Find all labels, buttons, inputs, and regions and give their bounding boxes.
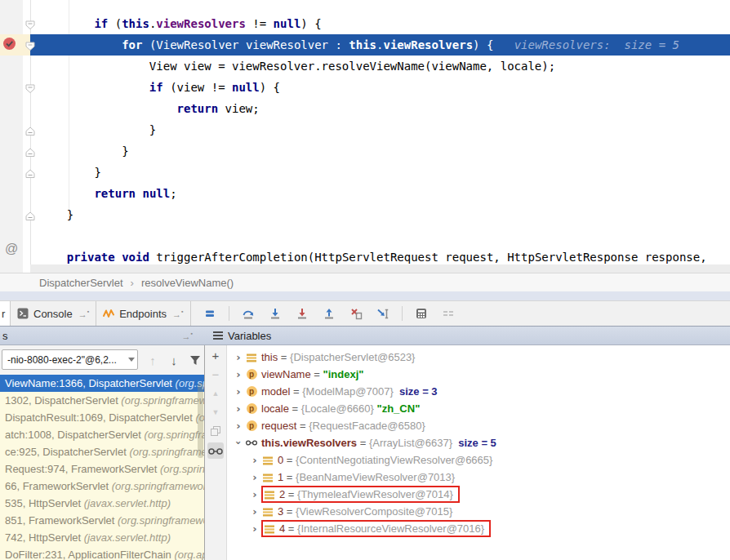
fold-marker-icon[interactable] (25, 40, 36, 55)
menu-bars-icon[interactable] (213, 331, 223, 340)
variable-row[interactable]: ›this = {DispatcherServlet@6523} (227, 349, 730, 366)
fold-end-marker-icon[interactable] (25, 125, 36, 140)
variable-row[interactable]: ›pviewName = "indexj" (227, 366, 730, 383)
move-panel-icon[interactable]: →▪ (182, 331, 193, 341)
show-watches-toggle[interactable] (207, 442, 224, 459)
tab-endpoints[interactable]: Endpoints →▪ (96, 301, 190, 326)
layout-settings-button[interactable] (440, 304, 456, 322)
hide-frames-filter-button[interactable] (186, 351, 204, 369)
expand-chevron-icon[interactable]: › (232, 402, 245, 415)
move-watch-down-button[interactable]: ▼ (207, 405, 224, 419)
variable-row[interactable]: ›3 = {ViewResolverComposite@7015} (227, 503, 730, 520)
frames-panel: -nio-8080-exec-2"@6,2... ↑ ↓ ViewName:13… (0, 345, 204, 560)
variable-row[interactable]: ›2 = {ThymeleafViewResolver@7014} (227, 486, 730, 503)
expand-chevron-icon[interactable]: › (232, 385, 245, 398)
stack-frame-row[interactable]: DoFilter:231, ApplicationFilterChain (or… (0, 546, 204, 560)
endpoints-icon (103, 308, 114, 319)
breadcrumb-class[interactable]: DispatcherServlet (39, 277, 123, 289)
stack-frame-row[interactable]: Request:974, FrameworkServlet (org.sprin… (0, 460, 204, 478)
code-line[interactable]: if (view != null) { (30, 77, 730, 98)
chevron-down-icon (128, 358, 135, 362)
run-to-cursor-button[interactable] (375, 304, 391, 322)
code-line[interactable]: } (30, 140, 730, 162)
ide-debug-window: if (this.viewResolvers != null) { for (V… (0, 0, 730, 560)
code-editor[interactable]: if (this.viewResolvers != null) { for (V… (0, 0, 730, 273)
expand-chevron-icon[interactable]: › (232, 420, 245, 432)
evaluate-expression-button[interactable] (413, 304, 430, 322)
code-line[interactable]: return null; (30, 183, 730, 204)
value-icon (264, 523, 275, 535)
show-execution-point-button[interactable] (202, 304, 218, 322)
code-line[interactable]: } (30, 204, 730, 225)
step-into-button[interactable] (267, 304, 283, 322)
expand-chevron-icon[interactable]: › (248, 471, 261, 483)
step-over-button[interactable] (240, 304, 256, 322)
thread-selector-value: -nio-8080-exec-2"@6,2... (7, 354, 117, 366)
breadcrumb-separator-icon: › (131, 277, 134, 289)
watches-toolbar: + − ▲ ▼ (205, 345, 227, 560)
expand-chevron-icon[interactable]: › (248, 454, 261, 466)
fold-marker-icon[interactable] (25, 82, 36, 97)
variable-row[interactable]: ›0 = {ContentNegotiatingViewResolver@666… (227, 451, 730, 469)
move-watch-up-button[interactable]: ▲ (207, 386, 224, 400)
parameter-icon: p (246, 369, 257, 380)
debug-toolbar: r Console →▪ Endpoints →▪ (0, 300, 730, 326)
expand-chevron-icon[interactable]: › (232, 368, 245, 380)
code-line[interactable]: View view = viewResolver.resolveViewName… (30, 56, 730, 77)
code-line[interactable] (30, 225, 730, 247)
move-tab-icon[interactable]: →▪ (78, 309, 89, 319)
code-line[interactable]: if (this.viewResolvers != null) { (30, 13, 730, 34)
variable-row[interactable]: ›this.viewResolvers = {ArrayList@6637} s… (227, 434, 730, 451)
thread-selector[interactable]: -nio-8080-exec-2"@6,2... (2, 349, 138, 370)
fold-end-marker-icon[interactable] (25, 146, 36, 161)
expand-chevron-icon[interactable]: › (232, 351, 245, 363)
force-step-into-button[interactable] (294, 304, 310, 322)
code-line[interactable]: } (30, 119, 730, 140)
stack-frame-row[interactable]: DispatchResult:1069, DispatcherServlet (… (0, 409, 204, 426)
next-frame-button[interactable]: ↓ (165, 351, 183, 369)
fold-end-marker-icon[interactable] (25, 210, 36, 224)
stack-frame-row[interactable]: ViewName:1366, DispatcherServlet (org.sp… (0, 375, 204, 392)
stack-frame-row[interactable]: 535, HttpServlet (javax.servlet.http) (0, 495, 204, 512)
stack-frame-row[interactable]: 851, FrameworkServlet (org.springframewo (0, 512, 204, 529)
variable-row[interactable]: ›pmodel = {ModelMap@7007} size = 3 (227, 383, 730, 400)
expand-chevron-icon[interactable]: › (248, 488, 261, 500)
fold-end-marker-icon[interactable] (25, 167, 36, 182)
duplicate-watch-button[interactable] (207, 424, 224, 438)
remove-watch-button[interactable]: − (207, 367, 224, 381)
move-tab-icon[interactable]: →▪ (172, 309, 183, 319)
variable-row[interactable]: ›prequest = {RequestFacade@6580} (227, 417, 730, 434)
breadcrumb: DispatcherServlet › resolveViewName() (0, 273, 730, 291)
breakpoint-icon[interactable] (2, 37, 16, 54)
variable-row[interactable]: ›1 = {BeanNameViewResolver@7013} (227, 469, 730, 486)
code-line[interactable]: private void triggerAfterCompletion(Http… (30, 247, 730, 268)
value-icon (262, 472, 274, 483)
execution-code-line[interactable]: for (ViewResolver viewResolver : this.vi… (30, 34, 730, 56)
code-line[interactable]: } (30, 162, 730, 183)
step-out-button[interactable] (321, 304, 337, 322)
tab-debugger-partial[interactable]: r (0, 301, 11, 326)
stack-frame-row[interactable]: 742, HttpServlet (javax.servlet.http) (0, 529, 204, 546)
frames-scrollbar[interactable] (198, 383, 203, 458)
tab-label: r (2, 308, 5, 320)
code-line[interactable]: return view; (30, 98, 730, 119)
stack-frame-row[interactable]: 66, FrameworkServlet (org.springframewor (0, 478, 204, 495)
previous-frame-button[interactable]: ↑ (144, 351, 162, 369)
variable-row[interactable]: ›plocale = {Locale@6660} "zh_CN" (227, 400, 730, 417)
stack-frame-row[interactable]: atch:1008, DispatcherServlet (org.spring… (0, 426, 204, 443)
tab-console[interactable]: Console →▪ (11, 301, 96, 326)
collapse-chevron-icon[interactable]: › (233, 437, 245, 450)
tab-label: Console (33, 308, 73, 320)
variable-row[interactable]: ›4 = {InternalResourceViewResolver@7016} (227, 520, 730, 537)
code-lines: if (this.viewResolvers != null) { for (V… (30, 13, 730, 268)
variables-header-label: Variables (228, 330, 271, 342)
fold-marker-icon[interactable] (25, 19, 36, 33)
stack-frame-row[interactable]: ce:925, DispatcherServlet (org.springfra… (0, 443, 204, 460)
panel-divider[interactable] (204, 345, 205, 560)
add-watch-button[interactable]: + (207, 349, 224, 362)
breadcrumb-method[interactable]: resolveViewName() (141, 277, 234, 289)
expand-chevron-icon[interactable]: › (248, 522, 261, 535)
drop-frame-button[interactable] (348, 304, 364, 322)
stack-frame-row[interactable]: 1302, DispatcherServlet (org.springframe… (0, 392, 204, 409)
expand-chevron-icon[interactable]: › (248, 505, 261, 518)
